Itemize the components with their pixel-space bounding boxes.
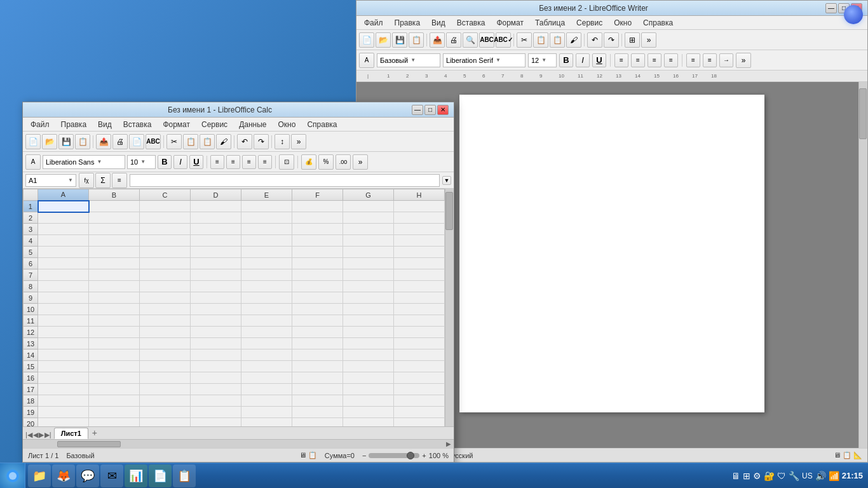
cell-H8[interactable]	[394, 281, 445, 292]
sheet-nav-last[interactable]: ▶|	[44, 431, 51, 439]
cell-G16[interactable]	[343, 372, 394, 384]
cell-B3[interactable]	[89, 224, 140, 235]
tray-wifi-icon[interactable]: 📶	[829, 471, 839, 481]
cell-B15[interactable]	[89, 361, 140, 372]
bullet-btn[interactable]: ≡	[686, 53, 700, 67]
more2-btn[interactable]: »	[736, 53, 751, 68]
cell-A5[interactable]	[38, 247, 89, 258]
formula-btn[interactable]: ≡	[112, 173, 127, 188]
new-doc-btn[interactable]: 📄	[359, 32, 374, 48]
row-header-16[interactable]: 16	[24, 372, 38, 384]
calc-menu-tools[interactable]: Сервис	[196, 119, 233, 130]
italic-btn[interactable]: I	[576, 53, 590, 67]
row-header-17[interactable]: 17	[24, 384, 38, 395]
cell-E5[interactable]	[241, 247, 292, 258]
cell-D12[interactable]	[191, 327, 241, 338]
paste-btn[interactable]: 📋	[550, 32, 565, 48]
taskbar-start-btn[interactable]	[0, 463, 25, 489]
cell-E15[interactable]	[241, 361, 292, 372]
row-header-14[interactable]: 14	[24, 349, 38, 361]
cell-G12[interactable]	[343, 327, 394, 338]
sum-btn[interactable]: Σ	[95, 173, 111, 188]
cell-D8[interactable]	[191, 281, 241, 292]
autocorrect-btn[interactable]: ABC✓	[496, 32, 511, 48]
cell-B18[interactable]	[89, 395, 140, 407]
cell-B10[interactable]	[89, 304, 140, 315]
writer-menu-view[interactable]: Вид	[426, 17, 451, 29]
calc-scrollbar-bottom[interactable]: ▶	[23, 439, 454, 448]
cell-C12[interactable]	[140, 327, 191, 338]
spellcheck-btn[interactable]: ABC	[479, 32, 494, 48]
cell-E13[interactable]	[241, 338, 292, 349]
calc-bold-btn[interactable]: B	[158, 155, 172, 169]
row-header-9[interactable]: 9	[24, 292, 38, 304]
calc-menu-edit[interactable]: Правка	[56, 119, 92, 130]
open-btn[interactable]: 📂	[376, 32, 391, 48]
calc-paste-btn[interactable]: 📋	[200, 134, 215, 149]
cell-D17[interactable]	[191, 384, 241, 395]
cell-D6[interactable]	[191, 258, 241, 269]
justify-btn[interactable]: ≡	[664, 53, 678, 67]
cell-B20[interactable]	[89, 418, 140, 427]
cell-D3[interactable]	[191, 224, 241, 235]
scrollbar-end-btn[interactable]: ▶	[444, 440, 454, 447]
calc-menu-format[interactable]: Формат	[158, 119, 195, 130]
indent-more-btn[interactable]: →	[719, 53, 733, 67]
properties-btn[interactable]: 📋	[409, 32, 424, 48]
cell-A16[interactable]	[38, 372, 89, 384]
row-header-19[interactable]: 19	[24, 407, 38, 418]
row-header-10[interactable]: 10	[24, 304, 38, 315]
row-header-3[interactable]: 3	[24, 224, 38, 235]
col-header-C[interactable]: C	[140, 189, 191, 201]
calc-undo-btn[interactable]: ↶	[237, 134, 252, 149]
calc-align-justify-btn[interactable]: ≡	[258, 155, 272, 169]
cell-G6[interactable]	[343, 258, 394, 269]
calc-copy-btn[interactable]: 📋	[183, 134, 198, 149]
cell-D20[interactable]	[191, 418, 241, 427]
zoom-minus-btn[interactable]: −	[362, 452, 366, 459]
cell-D5[interactable]	[191, 247, 241, 258]
calc-cut-btn[interactable]: ✂	[166, 134, 182, 149]
zoom-slider[interactable]	[369, 453, 419, 458]
tray-volume-icon[interactable]: 🔊	[815, 471, 826, 481]
writer-menu-help[interactable]: Справка	[638, 17, 678, 29]
cell-G11[interactable]	[343, 315, 394, 327]
function-wizard-btn[interactable]: fχ	[79, 173, 94, 188]
cell-A6[interactable]	[38, 258, 89, 269]
tray-antivirus-icon[interactable]: 🛡	[777, 471, 786, 481]
tray-windows-icon[interactable]: ⊞	[743, 471, 750, 481]
writer-menu-tools[interactable]: Сервис	[571, 17, 607, 29]
cell-B7[interactable]	[89, 269, 140, 281]
col-header-B[interactable]: B	[89, 189, 140, 201]
cell-H6[interactable]	[394, 258, 445, 269]
calc-scrollbar-bottom-thumb[interactable]	[57, 441, 121, 447]
cell-G7[interactable]	[343, 269, 394, 281]
cell-C13[interactable]	[140, 338, 191, 349]
calc-percent-btn[interactable]: %	[318, 154, 334, 170]
taskbar-calc-btn[interactable]: 📊	[125, 464, 147, 487]
cell-C19[interactable]	[140, 407, 191, 418]
cell-A8[interactable]	[38, 281, 89, 292]
cell-C1[interactable]	[140, 201, 191, 212]
cell-F5[interactable]	[292, 247, 343, 258]
calc-currency-btn[interactable]: 💰	[301, 154, 316, 170]
cell-F8[interactable]	[292, 281, 343, 292]
cell-C8[interactable]	[140, 281, 191, 292]
writer-menu-file[interactable]: Файл	[359, 17, 388, 29]
cell-F20[interactable]	[292, 418, 343, 427]
cell-H14[interactable]	[394, 349, 445, 361]
calc-properties-btn[interactable]: 📋	[75, 134, 90, 149]
cell-B4[interactable]	[89, 235, 140, 247]
cell-H1[interactable]	[394, 201, 445, 212]
tray-display-icon[interactable]: 🖥	[731, 471, 740, 481]
row-header-12[interactable]: 12	[24, 327, 38, 338]
cell-F11[interactable]	[292, 315, 343, 327]
cell-D19[interactable]	[191, 407, 241, 418]
calc-pdf-btn[interactable]: 📤	[96, 134, 111, 149]
taskbar-mail-btn[interactable]: ✉	[100, 464, 123, 487]
sheet-tab-1[interactable]: Лист1	[54, 428, 88, 439]
calc-font-dropdown[interactable]: Liberation Sans ▼	[43, 155, 125, 169]
cell-H19[interactable]	[394, 407, 445, 418]
cell-E6[interactable]	[241, 258, 292, 269]
styles-icon[interactable]: A	[359, 53, 374, 68]
